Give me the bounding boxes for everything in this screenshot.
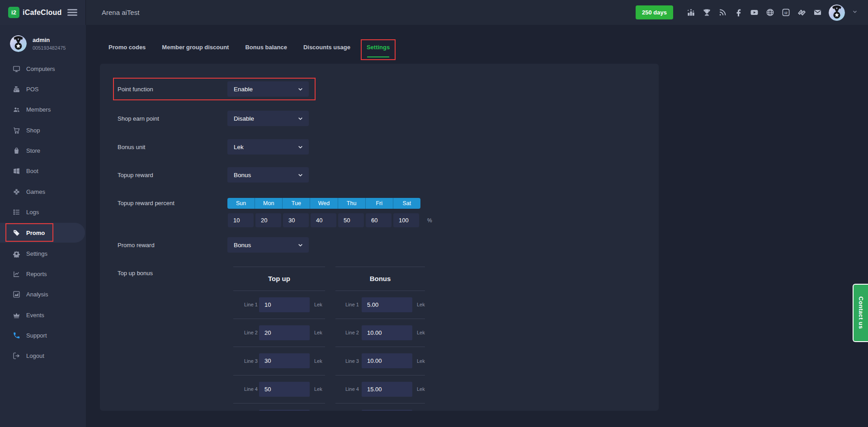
sidebar-item-logs[interactable]: Logs xyxy=(0,202,86,222)
sidebar-item-store[interactable]: Store xyxy=(0,141,86,160)
topup-percent-input-sun[interactable] xyxy=(228,213,254,227)
globe-icon[interactable] xyxy=(765,8,774,17)
ranking-icon[interactable] xyxy=(686,8,695,17)
shop-earn-point-row: Shop earn point Disable xyxy=(118,111,309,126)
topup-line5-input[interactable] xyxy=(259,410,310,411)
windows-icon xyxy=(13,167,20,175)
bonus-line1-input[interactable] xyxy=(362,297,412,312)
tab-member-group-discount[interactable]: Member group discount xyxy=(162,43,229,52)
weekday-sun: Sun xyxy=(227,198,255,209)
sidebar-item-support[interactable]: Support xyxy=(0,325,86,345)
shop-earn-point-select[interactable]: Disable xyxy=(227,111,309,126)
sidebar-item-computers[interactable]: Computers xyxy=(0,59,86,79)
chevron-down-icon xyxy=(297,172,303,178)
topup-percent-input-thu[interactable] xyxy=(338,213,364,227)
topup-line3-input[interactable] xyxy=(259,353,310,368)
logout-icon xyxy=(13,352,20,360)
tag-icon xyxy=(13,229,20,237)
sidebar-item-games[interactable]: Games xyxy=(0,182,86,202)
menu-toggle-icon[interactable] xyxy=(67,8,77,18)
topup-reward-row: Topup reward Bonus xyxy=(118,167,309,183)
bonus-table-header: Bonus xyxy=(335,267,425,291)
table-row: Line 3 Lek xyxy=(335,347,425,375)
sidebar-item-settings[interactable]: Settings xyxy=(0,244,86,263)
main-content: Promo codes Member group discount Bonus … xyxy=(86,25,868,427)
topup-percent-input-wed[interactable] xyxy=(311,213,336,227)
profile-chevron-down-icon[interactable] xyxy=(852,9,858,17)
topup-percent-input-fri[interactable] xyxy=(366,213,392,227)
topup-percent-input-mon[interactable] xyxy=(255,213,281,227)
sidebar-item-members[interactable]: Members xyxy=(0,99,86,119)
chevron-down-icon xyxy=(297,242,303,248)
percent-unit: % xyxy=(427,213,432,227)
topup-line1-input[interactable] xyxy=(259,297,310,312)
bonus-unit-select[interactable]: Lek xyxy=(227,139,309,155)
topup-reward-percent-label: Topup reward percent xyxy=(118,195,175,211)
sidebar-item-reports[interactable]: Reports xyxy=(0,264,86,284)
sidebar-item-shop[interactable]: Shop xyxy=(0,120,86,140)
bonus-unit-row: Bonus unit Lek xyxy=(118,139,309,155)
facebook-icon[interactable] xyxy=(734,8,743,17)
bonus-line3-input[interactable] xyxy=(362,353,412,368)
mail-icon[interactable] xyxy=(813,8,822,17)
logo-icon: i2 xyxy=(8,7,19,18)
tab-bonus-balance[interactable]: Bonus balance xyxy=(245,43,287,52)
topup-line4-input[interactable] xyxy=(259,382,310,397)
sidebar-item-promo[interactable]: Promo xyxy=(0,223,85,243)
point-function-row: Point function Enable xyxy=(118,81,309,97)
monitor-icon xyxy=(13,65,20,73)
user-name: admin xyxy=(33,37,66,43)
table-row: Line 4 Lek xyxy=(335,375,425,403)
point-function-select[interactable]: Enable xyxy=(227,81,309,97)
crown-icon xyxy=(13,311,20,319)
line-chart-icon xyxy=(13,270,20,278)
promo-reward-select[interactable]: Bonus xyxy=(227,237,309,253)
sidebar-item-logout[interactable]: Logout xyxy=(0,346,86,366)
topup-percent-input-sat[interactable] xyxy=(393,213,419,227)
top-up-bonus-label: Top up bonus xyxy=(118,270,153,277)
table-row: Line 3 Lek xyxy=(233,347,325,375)
tab-settings[interactable]: Settings xyxy=(367,43,390,52)
table-row: Line 4 Lek xyxy=(233,375,325,403)
contact-us-button[interactable]: Contact us xyxy=(853,284,868,342)
topup-reward-select[interactable]: Bonus xyxy=(227,167,309,183)
cash-register-icon xyxy=(13,85,20,93)
bonus-line4-input[interactable] xyxy=(362,382,412,397)
table-row: Line 1 Lek xyxy=(233,291,325,319)
weekday-sat: Sat xyxy=(393,198,420,209)
topbar-actions: 250 days xyxy=(636,5,858,21)
topup-percent-input-tue[interactable] xyxy=(283,213,309,227)
table-row: Line 2 Lek xyxy=(335,319,425,347)
layers-icon[interactable] xyxy=(797,8,806,17)
rss-icon[interactable] xyxy=(718,8,727,17)
sidebar-avatar xyxy=(10,35,27,52)
user-profile[interactable]: admin 005193482475 xyxy=(10,35,66,52)
icafecloud-app: i2 iCafeCloud Arena aiTest 250 days xyxy=(0,0,868,427)
bonus-line5-input[interactable] xyxy=(362,410,412,411)
youtube-icon[interactable] xyxy=(750,8,759,17)
user-avatar[interactable] xyxy=(829,5,845,21)
sidebar-item-boot[interactable]: Boot xyxy=(0,161,86,181)
sidebar-item-events[interactable]: Events xyxy=(0,305,86,325)
trophy-icon[interactable] xyxy=(702,8,711,17)
topup-reward-label: Topup reward xyxy=(118,172,227,178)
app-logo[interactable]: i2 iCafeCloud xyxy=(8,7,61,18)
chevron-down-icon xyxy=(297,86,303,92)
sidebar-item-analysis[interactable]: Analysis xyxy=(0,284,86,304)
tab-promo-codes[interactable]: Promo codes xyxy=(108,43,146,52)
settings-form-card: Point function Enable Shop earn point Di… xyxy=(100,64,659,411)
shop-earn-point-label: Shop earn point xyxy=(118,115,227,122)
list-icon xyxy=(13,208,20,216)
table-row-partial xyxy=(233,403,325,411)
license-days-badge[interactable]: 250 days xyxy=(636,5,673,19)
tab-discounts-usage[interactable]: Discounts usage xyxy=(303,43,350,52)
page-title: Arena aiTest xyxy=(102,9,139,16)
bonus-line2-input[interactable] xyxy=(362,325,412,340)
sidebar-item-pos[interactable]: POS xyxy=(0,79,86,99)
chevron-down-icon xyxy=(297,144,303,150)
icafe-app-icon[interactable]: i2 xyxy=(781,8,790,17)
topbar-main: Arena aiTest 250 days xyxy=(86,0,868,25)
topbar: i2 iCafeCloud Arena aiTest 250 days xyxy=(0,0,868,25)
people-icon xyxy=(13,106,20,113)
topup-line2-input[interactable] xyxy=(259,325,310,340)
